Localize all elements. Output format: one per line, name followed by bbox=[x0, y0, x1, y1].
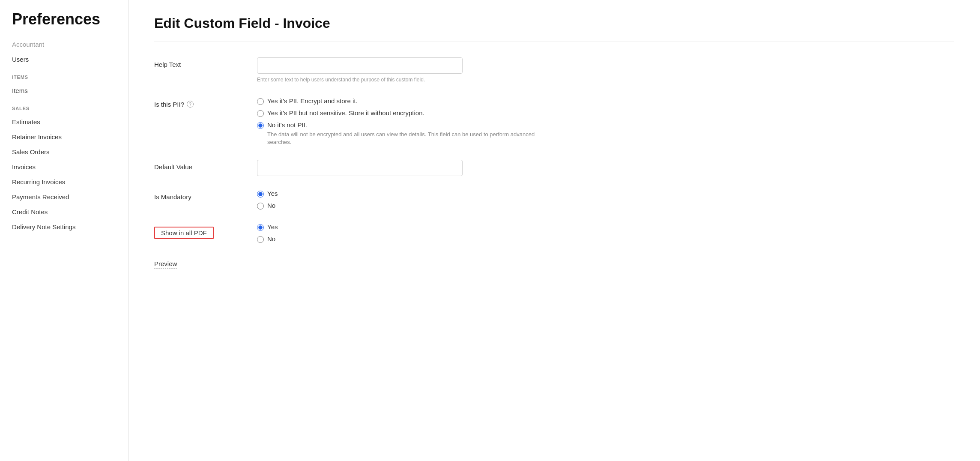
pii-option-not-sensitive-label: Yes it's PII but not sensitive. Store it… bbox=[267, 109, 424, 117]
preview-row: Preview bbox=[154, 257, 954, 269]
sidebar: Preferences Accountant Users ITEMS Items… bbox=[0, 0, 128, 461]
mandatory-no-label: No bbox=[267, 202, 275, 209]
help-text-hint: Enter some text to help users understand… bbox=[257, 76, 463, 84]
preview-label: Preview bbox=[154, 260, 177, 269]
show-pdf-no-label: No bbox=[267, 235, 275, 242]
pii-help-icon[interactable]: ? bbox=[187, 101, 194, 108]
default-value-input[interactable] bbox=[257, 160, 463, 176]
show-pdf-option-yes[interactable]: Yes bbox=[257, 223, 954, 231]
is-pii-control: Yes it's PII. Encrypt and store it. Yes … bbox=[257, 97, 954, 146]
is-mandatory-label: Is Mandatory bbox=[154, 193, 191, 201]
sidebar-section-sales: SALES bbox=[0, 98, 128, 114]
default-value-label: Default Value bbox=[154, 163, 192, 171]
help-text-label: Help Text bbox=[154, 61, 181, 68]
sidebar-item-sales-orders[interactable]: Sales Orders bbox=[0, 144, 128, 159]
default-value-label-wrapper: Default Value bbox=[154, 160, 240, 171]
pii-option-not-pii-group: No it's not PII. The data will not be en… bbox=[257, 121, 954, 146]
sidebar-item-accountant[interactable]: Accountant bbox=[0, 37, 128, 52]
sidebar-item-recurring-invoices[interactable]: Recurring Invoices bbox=[0, 174, 128, 189]
show-pdf-control: Yes No bbox=[257, 223, 954, 243]
is-mandatory-row: Is Mandatory Yes No bbox=[154, 190, 954, 210]
preview-label-wrapper: Preview bbox=[154, 257, 240, 269]
pii-radio-not-sensitive[interactable] bbox=[257, 110, 264, 117]
mandatory-radio-group: Yes No bbox=[257, 190, 954, 210]
help-text-label-wrapper: Help Text bbox=[154, 57, 240, 68]
help-text-row: Help Text Enter some text to help users … bbox=[154, 57, 954, 84]
sidebar-section-items: ITEMS bbox=[0, 67, 128, 83]
mandatory-option-no[interactable]: No bbox=[257, 202, 954, 210]
sidebar-item-payments-received[interactable]: Payments Received bbox=[0, 189, 128, 204]
mandatory-yes-label: Yes bbox=[267, 190, 278, 197]
show-pdf-radio-no[interactable] bbox=[257, 236, 264, 243]
pii-radio-group: Yes it's PII. Encrypt and store it. Yes … bbox=[257, 97, 954, 146]
is-pii-row: Is this PII? ? Yes it's PII. Encrypt and… bbox=[154, 97, 954, 146]
pii-sub-text: The data will not be encrypted and all u… bbox=[267, 131, 559, 146]
pii-option-not-sensitive[interactable]: Yes it's PII but not sensitive. Store it… bbox=[257, 109, 954, 117]
pii-radio-encrypt[interactable] bbox=[257, 98, 264, 105]
page-title: Edit Custom Field - Invoice bbox=[154, 15, 954, 42]
sidebar-item-invoices[interactable]: Invoices bbox=[0, 159, 128, 174]
sidebar-title: Preferences bbox=[0, 10, 128, 37]
show-pdf-yes-label: Yes bbox=[267, 223, 278, 230]
show-pdf-label: Show in all PDF bbox=[154, 227, 214, 239]
help-text-control: Enter some text to help users understand… bbox=[257, 57, 954, 84]
show-pdf-radio-yes[interactable] bbox=[257, 224, 264, 231]
pii-option-encrypt-label: Yes it's PII. Encrypt and store it. bbox=[267, 97, 358, 105]
is-pii-label: Is this PII? bbox=[154, 101, 184, 108]
sidebar-item-items[interactable]: Items bbox=[0, 83, 128, 98]
sidebar-item-delivery-note[interactable]: Delivery Note Settings bbox=[0, 219, 128, 234]
pii-radio-not-pii[interactable] bbox=[257, 122, 264, 129]
mandatory-radio-yes[interactable] bbox=[257, 191, 264, 198]
pii-option-encrypt[interactable]: Yes it's PII. Encrypt and store it. bbox=[257, 97, 954, 105]
sidebar-item-retainer-invoices[interactable]: Retainer Invoices bbox=[0, 129, 128, 144]
mandatory-radio-no[interactable] bbox=[257, 203, 264, 210]
sidebar-item-estimates[interactable]: Estimates bbox=[0, 114, 128, 129]
sidebar-item-users[interactable]: Users bbox=[0, 52, 128, 67]
main-content: Edit Custom Field - Invoice Help Text En… bbox=[128, 0, 980, 461]
show-pdf-option-no[interactable]: No bbox=[257, 235, 954, 243]
default-value-control bbox=[257, 160, 954, 176]
pii-option-not-pii-label: No it's not PII. bbox=[267, 121, 307, 129]
is-mandatory-label-wrapper: Is Mandatory bbox=[154, 190, 240, 201]
help-text-input[interactable] bbox=[257, 57, 463, 74]
mandatory-option-yes[interactable]: Yes bbox=[257, 190, 954, 198]
show-pdf-label-wrapper: Show in all PDF bbox=[154, 223, 240, 239]
is-mandatory-control: Yes No bbox=[257, 190, 954, 210]
show-pdf-row: Show in all PDF Yes No bbox=[154, 223, 954, 243]
sidebar-item-credit-notes[interactable]: Credit Notes bbox=[0, 204, 128, 219]
is-pii-label-wrapper: Is this PII? ? bbox=[154, 97, 240, 108]
show-pdf-radio-group: Yes No bbox=[257, 223, 954, 243]
default-value-row: Default Value bbox=[154, 160, 954, 176]
pii-option-not-pii[interactable]: No it's not PII. bbox=[257, 121, 954, 129]
